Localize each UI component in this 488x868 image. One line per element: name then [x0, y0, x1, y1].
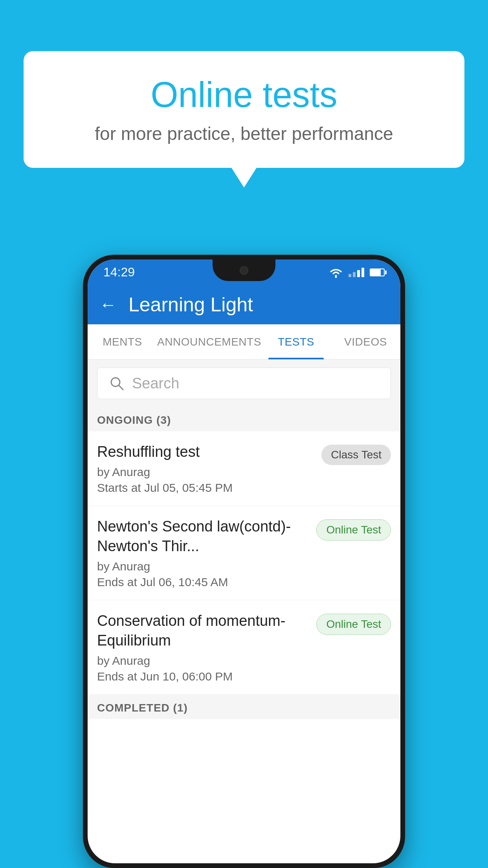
test-info-2: Newton's Second law(contd)-Newton's Thir…: [97, 517, 308, 589]
ongoing-section-title: ONGOING (3): [97, 414, 171, 426]
search-container: Search: [88, 360, 400, 407]
search-bar[interactable]: Search: [97, 368, 391, 399]
app-bar: ← Learning Light: [88, 285, 400, 324]
completed-section-title: COMPLETED (1): [97, 702, 188, 714]
phone-inner: 14:29: [88, 259, 400, 863]
app-bar-title: Learning Light: [128, 293, 253, 316]
wifi-icon: [329, 267, 343, 278]
speech-bubble: Online tests for more practice, better p…: [24, 51, 464, 168]
phone-frame: 14:29: [83, 255, 405, 868]
test-name-1: Reshuffling test: [97, 442, 314, 462]
front-camera: [240, 266, 248, 275]
test-item[interactable]: Newton's Second law(contd)-Newton's Thir…: [88, 506, 400, 600]
tab-ments[interactable]: MENTS: [88, 324, 157, 359]
bubble-subtitle: for more practice, better performance: [55, 123, 433, 144]
speech-bubble-container: Online tests for more practice, better p…: [24, 51, 464, 168]
search-placeholder: Search: [132, 375, 179, 392]
battery-icon: [370, 268, 385, 276]
svg-line-2: [119, 385, 123, 390]
tab-videos[interactable]: VIDEOS: [331, 324, 400, 359]
test-author-2: by Anurag: [97, 560, 308, 573]
test-item[interactable]: Reshuffling test by Anurag Starts at Jul…: [88, 431, 400, 506]
search-icon: [109, 376, 124, 391]
tab-announcements[interactable]: ANNOUNCEMENTS: [157, 324, 261, 359]
test-time-1: Starts at Jul 05, 05:45 PM: [97, 481, 314, 495]
test-name-2: Newton's Second law(contd)-Newton's Thir…: [97, 517, 308, 556]
status-icons: [329, 267, 385, 278]
test-author-1: by Anurag: [97, 465, 314, 479]
signal-icon: [349, 268, 364, 277]
ongoing-section-header: ONGOING (3): [88, 407, 400, 431]
test-time-2: Ends at Jul 06, 10:45 AM: [97, 576, 308, 589]
test-name-3: Conservation of momentum-Equilibrium: [97, 611, 308, 650]
test-badge-2: Online Test: [316, 519, 391, 541]
svg-point-0: [335, 275, 337, 277]
test-item[interactable]: Conservation of momentum-Equilibrium by …: [88, 600, 400, 695]
test-author-3: by Anurag: [97, 654, 308, 668]
bubble-title: Online tests: [55, 75, 433, 115]
status-time: 14:29: [103, 265, 135, 280]
completed-section-header: COMPLETED (1): [88, 695, 400, 719]
phone-notch: [213, 259, 275, 281]
tabs-bar: MENTS ANNOUNCEMENTS TESTS VIDEOS: [88, 324, 400, 360]
test-time-3: Ends at Jun 10, 06:00 PM: [97, 670, 308, 683]
tests-list: Reshuffling test by Anurag Starts at Jul…: [88, 431, 400, 695]
battery-fill: [371, 269, 381, 276]
status-bar: 14:29: [88, 259, 400, 285]
back-button[interactable]: ←: [99, 295, 117, 314]
test-badge-1: Class Test: [321, 445, 391, 465]
test-info-3: Conservation of momentum-Equilibrium by …: [97, 611, 308, 683]
test-badge-3: Online Test: [316, 614, 391, 635]
tab-tests[interactable]: TESTS: [261, 324, 331, 359]
test-info-1: Reshuffling test by Anurag Starts at Jul…: [97, 442, 314, 495]
